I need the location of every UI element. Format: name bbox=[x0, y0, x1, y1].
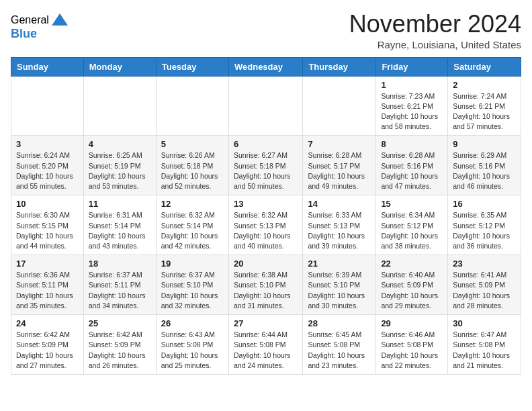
day-info: Sunrise: 6:42 AM Sunset: 5:09 PM Dayligh… bbox=[89, 330, 151, 371]
day-number: 8 bbox=[381, 139, 443, 149]
day-number: 2 bbox=[453, 80, 516, 90]
calendar-cell bbox=[228, 76, 302, 136]
calendar-cell: 6Sunrise: 6:27 AM Sunset: 5:18 PM Daylig… bbox=[228, 136, 302, 195]
day-info: Sunrise: 6:30 AM Sunset: 5:15 PM Dayligh… bbox=[16, 210, 79, 251]
calendar-week-row: 24Sunrise: 6:42 AM Sunset: 5:09 PM Dayli… bbox=[11, 315, 521, 375]
calendar-header-row: SundayMondayTuesdayWednesdayThursdayFrid… bbox=[11, 57, 521, 76]
day-info: Sunrise: 6:33 AM Sunset: 5:13 PM Dayligh… bbox=[308, 210, 371, 251]
calendar-cell: 19Sunrise: 6:37 AM Sunset: 5:10 PM Dayli… bbox=[156, 255, 228, 315]
day-number: 28 bbox=[308, 318, 371, 328]
day-number: 14 bbox=[308, 199, 371, 209]
svg-marker-0 bbox=[52, 13, 68, 26]
day-number: 17 bbox=[16, 259, 79, 269]
month-title: November 2024 bbox=[349, 11, 521, 38]
day-info: Sunrise: 6:46 AM Sunset: 5:08 PM Dayligh… bbox=[381, 330, 443, 371]
calendar-cell: 24Sunrise: 6:42 AM Sunset: 5:09 PM Dayli… bbox=[11, 315, 84, 375]
calendar-cell: 1Sunrise: 7:23 AM Sunset: 6:21 PM Daylig… bbox=[376, 76, 448, 136]
calendar-cell: 25Sunrise: 6:42 AM Sunset: 5:09 PM Dayli… bbox=[83, 315, 156, 375]
calendar-cell: 8Sunrise: 6:28 AM Sunset: 5:16 PM Daylig… bbox=[376, 136, 448, 195]
calendar-cell: 28Sunrise: 6:45 AM Sunset: 5:08 PM Dayli… bbox=[303, 315, 376, 375]
day-number: 15 bbox=[381, 199, 443, 209]
day-info: Sunrise: 6:35 AM Sunset: 5:12 PM Dayligh… bbox=[453, 210, 516, 251]
calendar-cell: 7Sunrise: 6:28 AM Sunset: 5:17 PM Daylig… bbox=[303, 136, 376, 195]
calendar-cell bbox=[156, 76, 228, 136]
day-number: 30 bbox=[453, 318, 516, 328]
calendar-week-row: 17Sunrise: 6:36 AM Sunset: 5:11 PM Dayli… bbox=[11, 255, 521, 315]
day-number: 18 bbox=[89, 259, 151, 269]
calendar-cell bbox=[11, 76, 84, 136]
day-info: Sunrise: 6:26 AM Sunset: 5:18 PM Dayligh… bbox=[161, 150, 224, 191]
day-info: Sunrise: 6:37 AM Sunset: 5:11 PM Dayligh… bbox=[89, 270, 151, 311]
calendar-cell: 2Sunrise: 7:24 AM Sunset: 6:21 PM Daylig… bbox=[448, 76, 521, 136]
logo-general: General bbox=[11, 14, 49, 26]
day-number: 26 bbox=[161, 318, 224, 328]
day-number: 10 bbox=[16, 199, 79, 209]
day-number: 24 bbox=[16, 318, 79, 328]
calendar-cell: 30Sunrise: 6:47 AM Sunset: 5:08 PM Dayli… bbox=[448, 315, 521, 375]
calendar-cell bbox=[83, 76, 156, 136]
day-info: Sunrise: 7:24 AM Sunset: 6:21 PM Dayligh… bbox=[453, 91, 516, 132]
calendar-cell: 17Sunrise: 6:36 AM Sunset: 5:11 PM Dayli… bbox=[11, 255, 84, 315]
calendar-cell: 14Sunrise: 6:33 AM Sunset: 5:13 PM Dayli… bbox=[303, 195, 376, 255]
logo-blue: Blue bbox=[11, 27, 37, 41]
day-number: 4 bbox=[89, 139, 151, 149]
calendar-cell: 26Sunrise: 6:43 AM Sunset: 5:08 PM Dayli… bbox=[156, 315, 228, 375]
day-number: 11 bbox=[89, 199, 151, 209]
location-title: Rayne, Louisiana, United States bbox=[349, 39, 521, 50]
calendar-week-row: 10Sunrise: 6:30 AM Sunset: 5:15 PM Dayli… bbox=[11, 195, 521, 255]
calendar-cell: 21Sunrise: 6:39 AM Sunset: 5:10 PM Dayli… bbox=[303, 255, 376, 315]
calendar-cell: 20Sunrise: 6:38 AM Sunset: 5:10 PM Dayli… bbox=[228, 255, 302, 315]
day-info: Sunrise: 6:32 AM Sunset: 5:13 PM Dayligh… bbox=[234, 210, 298, 251]
day-number: 1 bbox=[381, 80, 443, 90]
day-number: 23 bbox=[453, 259, 516, 269]
day-info: Sunrise: 6:25 AM Sunset: 5:19 PM Dayligh… bbox=[89, 150, 151, 191]
day-number: 19 bbox=[161, 259, 224, 269]
calendar-week-row: 3Sunrise: 6:24 AM Sunset: 5:20 PM Daylig… bbox=[11, 136, 521, 195]
day-number: 12 bbox=[161, 199, 224, 209]
weekday-header: Thursday bbox=[303, 57, 376, 76]
weekday-header: Wednesday bbox=[228, 57, 302, 76]
calendar-cell: 18Sunrise: 6:37 AM Sunset: 5:11 PM Dayli… bbox=[83, 255, 156, 315]
day-info: Sunrise: 6:27 AM Sunset: 5:18 PM Dayligh… bbox=[234, 150, 298, 191]
calendar-cell bbox=[303, 76, 376, 136]
day-number: 27 bbox=[234, 318, 298, 328]
logo-icon bbox=[50, 11, 69, 30]
day-info: Sunrise: 6:43 AM Sunset: 5:08 PM Dayligh… bbox=[161, 330, 224, 371]
weekday-header: Monday bbox=[83, 57, 156, 76]
calendar-week-row: 1Sunrise: 7:23 AM Sunset: 6:21 PM Daylig… bbox=[11, 76, 521, 136]
day-info: Sunrise: 6:37 AM Sunset: 5:10 PM Dayligh… bbox=[161, 270, 224, 311]
day-info: Sunrise: 6:32 AM Sunset: 5:14 PM Dayligh… bbox=[161, 210, 224, 251]
calendar-cell: 9Sunrise: 6:29 AM Sunset: 5:16 PM Daylig… bbox=[448, 136, 521, 195]
calendar-cell: 10Sunrise: 6:30 AM Sunset: 5:15 PM Dayli… bbox=[11, 195, 84, 255]
day-info: Sunrise: 6:40 AM Sunset: 5:09 PM Dayligh… bbox=[381, 270, 443, 311]
calendar-cell: 13Sunrise: 6:32 AM Sunset: 5:13 PM Dayli… bbox=[228, 195, 302, 255]
day-info: Sunrise: 7:23 AM Sunset: 6:21 PM Dayligh… bbox=[381, 91, 443, 132]
day-info: Sunrise: 6:29 AM Sunset: 5:16 PM Dayligh… bbox=[453, 150, 516, 191]
weekday-header: Sunday bbox=[11, 57, 84, 76]
calendar-cell: 4Sunrise: 6:25 AM Sunset: 5:19 PM Daylig… bbox=[83, 136, 156, 195]
page: General Blue November 2024 Rayne, Louisi… bbox=[0, 0, 532, 385]
day-number: 22 bbox=[381, 259, 443, 269]
day-number: 16 bbox=[453, 199, 516, 209]
day-info: Sunrise: 6:45 AM Sunset: 5:08 PM Dayligh… bbox=[308, 330, 371, 371]
calendar-cell: 11Sunrise: 6:31 AM Sunset: 5:14 PM Dayli… bbox=[83, 195, 156, 255]
day-info: Sunrise: 6:41 AM Sunset: 5:09 PM Dayligh… bbox=[453, 270, 516, 311]
day-info: Sunrise: 6:38 AM Sunset: 5:10 PM Dayligh… bbox=[234, 270, 298, 311]
calendar-cell: 23Sunrise: 6:41 AM Sunset: 5:09 PM Dayli… bbox=[448, 255, 521, 315]
day-info: Sunrise: 6:36 AM Sunset: 5:11 PM Dayligh… bbox=[16, 270, 79, 311]
day-number: 5 bbox=[161, 139, 224, 149]
day-info: Sunrise: 6:31 AM Sunset: 5:14 PM Dayligh… bbox=[89, 210, 151, 251]
day-number: 21 bbox=[308, 259, 371, 269]
calendar-cell: 3Sunrise: 6:24 AM Sunset: 5:20 PM Daylig… bbox=[11, 136, 84, 195]
day-info: Sunrise: 6:34 AM Sunset: 5:12 PM Dayligh… bbox=[381, 210, 443, 251]
weekday-header: Tuesday bbox=[156, 57, 228, 76]
day-number: 6 bbox=[234, 139, 298, 149]
day-info: Sunrise: 6:24 AM Sunset: 5:20 PM Dayligh… bbox=[16, 150, 79, 191]
day-number: 20 bbox=[234, 259, 298, 269]
day-info: Sunrise: 6:28 AM Sunset: 5:17 PM Dayligh… bbox=[308, 150, 371, 191]
calendar-cell: 29Sunrise: 6:46 AM Sunset: 5:08 PM Dayli… bbox=[376, 315, 448, 375]
day-number: 3 bbox=[16, 139, 79, 149]
weekday-header: Saturday bbox=[448, 57, 521, 76]
weekday-header: Friday bbox=[376, 57, 448, 76]
day-info: Sunrise: 6:47 AM Sunset: 5:08 PM Dayligh… bbox=[453, 330, 516, 371]
